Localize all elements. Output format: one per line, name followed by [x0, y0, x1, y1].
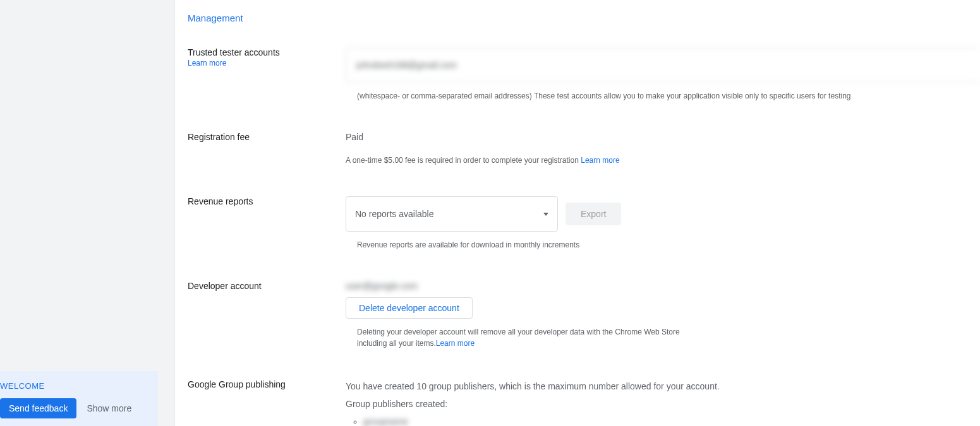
registration-fee-label: Registration fee [188, 132, 346, 142]
management-section-header: Management [188, 13, 980, 23]
developer-account-row: Developer account user@google.com Delete… [188, 281, 980, 349]
group-publishers-list: groupname [363, 417, 980, 426]
trusted-testers-row: Trusted tester accounts Learn more (whit… [188, 47, 980, 102]
developer-account-label: Developer account [188, 281, 346, 291]
registration-fee-helper: A one-time $5.00 fee is required in orde… [346, 156, 581, 165]
registration-fee-row: Registration fee Paid A one-time $5.00 f… [188, 132, 980, 166]
revenue-reports-row: Revenue reports No reports available Exp… [188, 196, 980, 251]
registration-fee-learn-more-link[interactable]: Learn more [581, 156, 619, 165]
group-publishing-row: Google Group publishing You have created… [188, 379, 980, 426]
main-content: Management Trusted tester accounts Learn… [174, 0, 980, 426]
developer-account-email: user@google.com [346, 281, 980, 291]
registration-fee-status: Paid [346, 132, 980, 142]
group-publishing-created-label: Group publishers created: [346, 397, 980, 411]
delete-developer-account-button[interactable]: Delete developer account [346, 297, 473, 319]
show-more-link[interactable]: Show more [87, 403, 131, 413]
developer-account-learn-more-link[interactable]: Learn more [436, 339, 475, 348]
revenue-reports-helper: Revenue reports are available for downlo… [357, 239, 980, 251]
group-publishing-label: Google Group publishing [188, 379, 346, 389]
send-feedback-button[interactable]: Send feedback [0, 398, 76, 418]
trusted-testers-label: Trusted tester accounts [188, 47, 346, 57]
export-button[interactable]: Export [566, 203, 621, 225]
revenue-reports-selected: No reports available [355, 209, 434, 219]
revenue-reports-select[interactable]: No reports available [346, 196, 558, 232]
revenue-reports-label: Revenue reports [188, 196, 346, 206]
chevron-down-icon [543, 213, 548, 216]
welcome-title: WELCOME [0, 381, 149, 391]
developer-account-helper: Deleting your developer account will rem… [357, 328, 680, 348]
trusted-testers-input[interactable] [346, 47, 980, 83]
trusted-testers-helper: (whitespace- or comma-separated email ad… [357, 90, 980, 102]
group-publisher-item: groupname [363, 417, 980, 426]
welcome-panel: WELCOME Send feedback Show more [0, 371, 158, 426]
trusted-testers-learn-more-link[interactable]: Learn more [188, 59, 346, 68]
sidebar: WELCOME Send feedback Show more [0, 0, 174, 426]
group-publishing-message: You have created 10 group publishers, wh… [346, 379, 980, 393]
